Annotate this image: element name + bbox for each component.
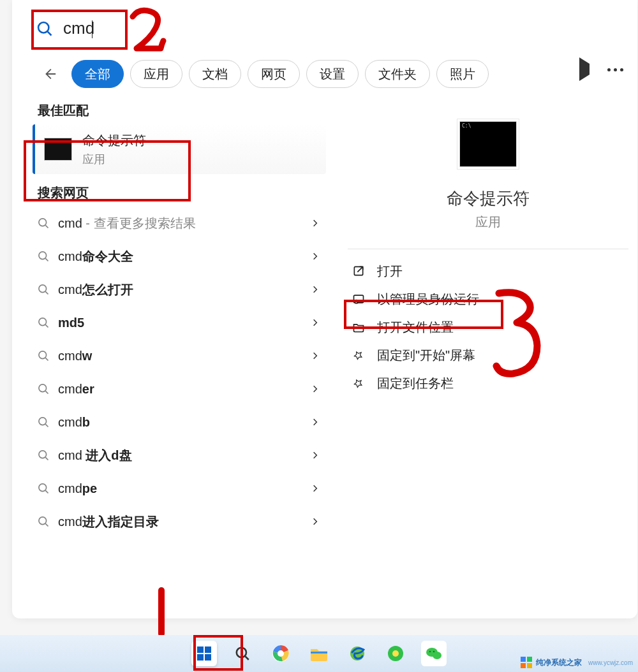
detail-action-pin[interactable]: 固定到"开始"屏幕	[348, 341, 628, 369]
search-icon	[36, 415, 50, 429]
action-label: 固定到"开始"屏幕	[377, 347, 475, 364]
svg-point-30	[237, 648, 246, 657]
svg-point-37	[392, 650, 399, 657]
more-icon[interactable]	[607, 68, 623, 71]
web-search-item[interactable]: cmd命令大全	[33, 240, 326, 273]
search-bar[interactable]: cmd	[36, 15, 610, 42]
web-search-item[interactable]: cmd进入指定目录	[33, 505, 326, 538]
filter-row: 全部 应用 文档 网页 设置 文件夹 照片	[38, 60, 489, 88]
web-search-label: cmd进入指定目录	[58, 513, 311, 530]
divider	[348, 249, 628, 249]
chevron-right-icon	[311, 484, 320, 493]
svg-line-7	[45, 291, 48, 294]
taskbar-start-button[interactable]	[191, 641, 217, 666]
svg-line-3	[45, 225, 48, 228]
filter-all[interactable]: 全部	[71, 60, 124, 88]
detail-app-subtitle: 应用	[475, 214, 501, 231]
svg-point-39	[433, 652, 441, 659]
search-icon	[36, 448, 50, 462]
section-best-match: 最佳匹配	[38, 102, 326, 119]
web-search-item[interactable]: md5	[33, 306, 326, 339]
chevron-right-icon	[311, 517, 320, 526]
action-label: 固定到任务栏	[377, 375, 454, 392]
taskbar-search-button[interactable]	[230, 641, 255, 666]
open-icon	[350, 263, 367, 279]
web-search-item[interactable]: cmdpe	[33, 472, 326, 505]
search-icon	[36, 515, 50, 529]
svg-point-18	[39, 484, 47, 492]
chevron-right-icon	[311, 351, 320, 360]
svg-point-33	[278, 650, 284, 657]
detail-action-pin[interactable]: 固定到任务栏	[348, 369, 628, 397]
web-search-item[interactable]: cmd怎么打开	[33, 273, 326, 306]
watermark-logo-icon	[521, 657, 532, 668]
taskbar-360-icon[interactable]	[383, 641, 408, 666]
svg-line-31	[245, 656, 248, 659]
filter-folders[interactable]: 文件夹	[365, 60, 430, 88]
detail-action-open[interactable]: 打开	[348, 257, 628, 285]
play-icon[interactable]	[579, 64, 590, 75]
taskbar-ie-icon[interactable]	[345, 641, 370, 666]
taskbar-explorer-icon[interactable]	[306, 641, 332, 666]
action-label: 打开	[377, 263, 403, 280]
svg-rect-28	[197, 654, 204, 661]
watermark-url: www.ycwjz.com	[588, 659, 633, 666]
web-search-item[interactable]: cmdw	[33, 339, 326, 372]
search-icon	[36, 316, 50, 330]
web-search-label: cmd 进入d盘	[58, 447, 311, 464]
chevron-right-icon	[311, 418, 320, 427]
svg-line-13	[45, 391, 48, 393]
detail-action-folder[interactable]: 打开文件位置	[348, 313, 628, 341]
search-input[interactable]: cmd	[62, 15, 228, 42]
svg-point-10	[39, 351, 47, 359]
search-window: cmd 全部 应用 文档 网页 设置 文件夹 照片 最佳匹配 命令提示符 应用	[12, 0, 637, 618]
detail-app-icon	[459, 121, 517, 167]
best-match-subtitle: 应用	[82, 152, 146, 167]
chevron-right-icon	[311, 219, 320, 228]
svg-line-21	[45, 523, 48, 526]
detail-pane: 命令提示符 应用 打开以管理员身份运行打开文件位置固定到"开始"屏幕固定到任务栏	[341, 121, 635, 397]
filter-photos[interactable]: 照片	[436, 60, 489, 88]
watermark: 纯净系统之家 www.ycwjz.com	[521, 657, 633, 668]
filter-apps[interactable]: 应用	[130, 60, 182, 88]
search-icon	[36, 249, 50, 263]
svg-line-5	[45, 258, 48, 261]
taskbar-wechat-icon[interactable]	[421, 641, 447, 666]
web-search-item[interactable]: cmdb	[33, 405, 326, 439]
svg-point-2	[39, 219, 47, 226]
detail-action-admin[interactable]: 以管理员身份运行	[348, 285, 628, 313]
filter-settings[interactable]: 设置	[306, 60, 359, 88]
search-icon	[36, 216, 50, 230]
svg-point-16	[39, 451, 47, 458]
svg-point-6	[39, 285, 47, 293]
pin-icon	[350, 347, 367, 363]
section-web-search: 搜索网页	[38, 184, 326, 201]
svg-point-40	[429, 651, 431, 652]
svg-rect-27	[205, 646, 211, 653]
action-label: 打开文件位置	[377, 319, 454, 336]
best-match-result[interactable]: 命令提示符 应用	[33, 124, 326, 174]
back-arrow-icon[interactable]	[38, 62, 61, 85]
web-search-label: cmd命令大全	[58, 248, 311, 265]
web-search-item[interactable]: cmd - 查看更多搜索结果	[33, 207, 326, 240]
svg-line-11	[45, 358, 48, 360]
taskbar-browser-icon[interactable]	[268, 641, 293, 666]
web-search-item[interactable]: cmd 进入d盘	[33, 439, 326, 472]
web-search-item[interactable]: cmder	[33, 372, 326, 405]
chevron-right-icon	[311, 252, 320, 261]
svg-point-12	[39, 384, 47, 392]
filter-docs[interactable]: 文档	[189, 60, 241, 88]
folder-icon	[350, 319, 367, 335]
svg-point-0	[38, 22, 48, 33]
svg-rect-26	[197, 646, 204, 653]
search-icon	[36, 382, 50, 396]
web-search-label: cmdb	[58, 415, 311, 430]
action-label: 以管理员身份运行	[377, 291, 479, 308]
svg-point-4	[39, 252, 47, 259]
web-search-label: cmdw	[58, 349, 311, 363]
search-icon	[36, 481, 50, 495]
svg-rect-34	[311, 652, 327, 654]
chevron-right-icon	[311, 318, 320, 327]
filter-web[interactable]: 网页	[248, 60, 300, 88]
svg-line-17	[45, 457, 48, 460]
